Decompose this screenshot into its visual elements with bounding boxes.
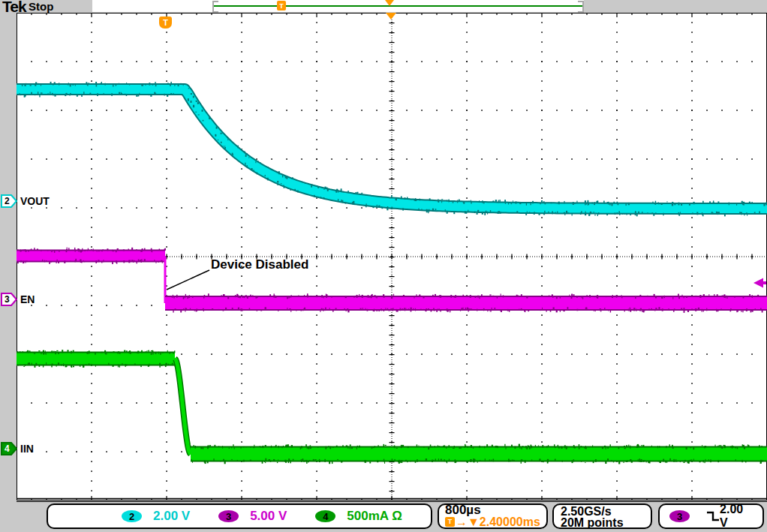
channel-3-marker: 3 xyxy=(1,292,17,307)
acquisition-readout: 2.50GS/s 20M points xyxy=(552,503,652,529)
acquisition-status: Stop xyxy=(29,0,53,13)
waveform-display: T Device Disabled xyxy=(17,13,767,500)
trigger-source-badge: 3 xyxy=(669,510,690,522)
trigger-position-flag-icon: T xyxy=(159,17,172,29)
channel-4-scale-group: 4 500mA Ω xyxy=(315,509,402,524)
annotation-text: Device Disabled xyxy=(211,257,308,272)
record-window-bracket-right xyxy=(578,1,584,13)
falling-edge-icon xyxy=(706,510,720,522)
channel-4-number: 4 xyxy=(5,443,10,454)
graticule-svg xyxy=(17,13,767,500)
delay-readout: T → ▼ 2.40000ms xyxy=(445,516,540,527)
channel-2-label: VOUT xyxy=(20,195,50,207)
delay-value: 2.40000ms xyxy=(480,516,540,527)
trigger-readout: 3 2.00 V xyxy=(658,503,764,529)
delay-arrow-icon: → xyxy=(456,516,468,527)
channel-2-number: 2 xyxy=(5,196,10,206)
channel-2-badge: 2 xyxy=(122,510,142,522)
channel-3-badge: 3 xyxy=(218,510,239,522)
channel-4-badge: 4 xyxy=(315,510,335,522)
channel-3-scale: 5.00 V xyxy=(250,509,287,524)
channel-2-scale: 2.00 V xyxy=(153,509,190,524)
channel-3-scale-group: 3 5.00 V xyxy=(218,509,287,524)
timebase-value: 800µs xyxy=(445,504,540,516)
sample-rate: 2.50GS/s xyxy=(561,506,644,517)
channel-3-label: EN xyxy=(20,293,35,305)
record-trigger-marker: T xyxy=(277,1,286,11)
vertical-scale-readout: 2 2.00 V 3 5.00 V 4 500mA Ω xyxy=(47,503,432,529)
record-view-position-icon xyxy=(385,0,394,6)
channel-3-number: 3 xyxy=(5,294,10,305)
record-length-line xyxy=(212,5,584,7)
channel-4-scale: 500mA Ω xyxy=(347,509,402,524)
record-length: 20M points xyxy=(561,517,644,528)
graticule-underline xyxy=(17,501,767,502)
annotation-leader-line xyxy=(167,270,209,290)
channel-4-label: IIN xyxy=(20,443,34,455)
expansion-point-icon xyxy=(386,13,396,20)
record-window-bracket-left xyxy=(212,1,218,13)
channel-4-marker: 4 xyxy=(1,441,17,456)
horizontal-readout: 800µs T → ▼ 2.40000ms xyxy=(438,503,548,529)
trigger-level: 2.00 V xyxy=(720,503,753,530)
trigger-level-arrow-icon xyxy=(753,278,766,288)
channel-2-scale-group: 2 2.00 V xyxy=(122,509,190,524)
record-view-bar: T xyxy=(212,0,584,12)
channel-2-marker: 2 xyxy=(1,194,17,209)
delay-trigger-icon: T xyxy=(445,517,455,527)
delay-marker-icon: ▼ xyxy=(468,516,480,527)
